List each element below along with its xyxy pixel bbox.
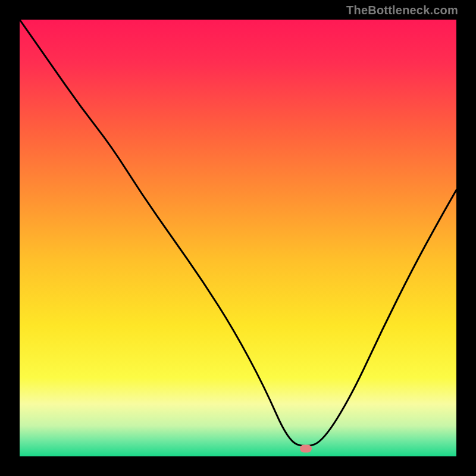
plot-area — [20, 20, 456, 456]
attribution-label: TheBottleneck.com — [346, 4, 458, 17]
optimal-point-marker — [300, 444, 312, 452]
bottleneck-curve — [20, 20, 456, 456]
chart-frame: TheBottleneck.com — [0, 0, 476, 476]
